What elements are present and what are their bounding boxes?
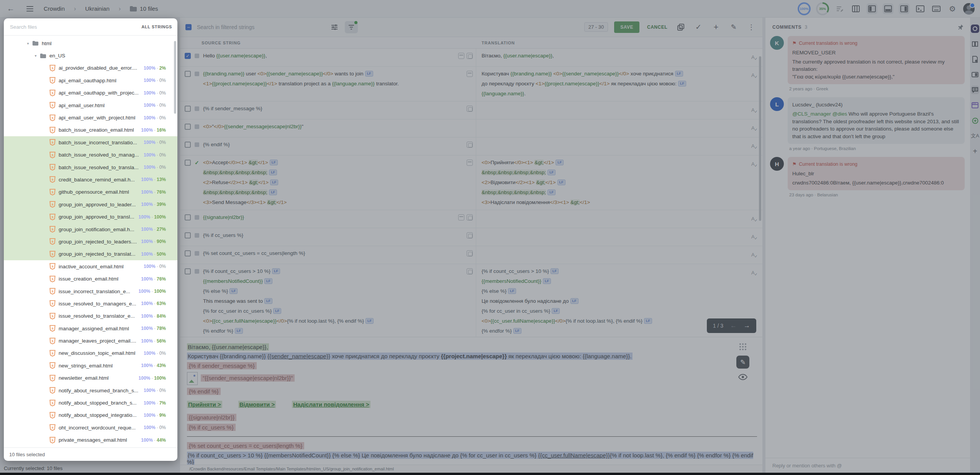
file-row[interactable]: 5issue_creation_email.html100%·76% — [4, 273, 177, 285]
file-translated-percent: 100% — [139, 289, 151, 294]
svg-text:5: 5 — [51, 153, 53, 157]
svg-text:5: 5 — [51, 191, 53, 194]
file-translated-percent: 100% — [141, 177, 153, 182]
dot-separator: · — [157, 388, 158, 393]
file-progress: 100%·2% — [144, 65, 166, 71]
file-row[interactable]: 5group_join_rejected_to_translat...100%·… — [4, 248, 177, 260]
file-name: issue_creation_email.html — [59, 276, 138, 282]
file-name: group_join_approved_to_leader... — [59, 202, 138, 207]
file-row[interactable]: 5manager_leaves_project_email....100%·56… — [4, 335, 177, 347]
dot-separator: · — [154, 202, 156, 207]
dot-separator: · — [154, 189, 156, 195]
file-approved-percent: 16% — [157, 127, 166, 133]
file-progress: 100%·50% — [141, 251, 166, 257]
svg-text:5: 5 — [51, 402, 53, 405]
file-row[interactable]: 5group_join_rejected_to_leaders....100%·… — [4, 235, 177, 248]
svg-text:5: 5 — [51, 315, 53, 318]
file-row[interactable]: 5newsletter_email.html100%·100% — [4, 372, 177, 384]
file-row[interactable]: 5issue_resolved_to_translator_e...100%·8… — [4, 310, 177, 322]
file-progress: 100%·0% — [144, 351, 166, 356]
file-progress: 100%·78% — [141, 326, 166, 331]
collapse-arrow-icon[interactable]: ▾ — [33, 54, 38, 58]
dot-separator: · — [157, 140, 158, 145]
window-bottom-edge — [0, 473, 980, 475]
dot-separator: · — [154, 301, 156, 306]
html-file-icon: 5 — [49, 139, 56, 146]
svg-text:5: 5 — [51, 116, 53, 120]
file-approved-percent: 13% — [157, 177, 166, 182]
file-progress: 100%·7% — [144, 400, 166, 406]
file-row[interactable]: 5group_join_approved_to_leader...100%·39… — [4, 198, 177, 211]
html-file-icon: 5 — [49, 188, 56, 196]
file-row[interactable]: 5api_email_oauthapp.html100%·0% — [4, 74, 177, 87]
file-progress: 100%·76% — [141, 276, 166, 282]
collapse-arrow-icon[interactable]: ▾ — [25, 41, 31, 46]
svg-text:5: 5 — [51, 104, 53, 107]
folder-row[interactable]: ▾html — [4, 37, 177, 49]
file-row[interactable]: 5oht_incorrect_wordcount_reque...100%·0% — [4, 421, 177, 434]
html-file-icon: 5 — [49, 164, 56, 171]
file-row[interactable]: 5credit_balance_remind_email.h...100%·13… — [4, 173, 177, 186]
file-search-input[interactable] — [9, 24, 141, 30]
file-row[interactable]: 5batch_issue_incorrect_translatio...100%… — [4, 136, 177, 149]
file-name: notify_about_stopped_integratio... — [59, 412, 141, 418]
file-translated-percent: 100% — [144, 140, 156, 145]
file-name: newsletter_email.html — [59, 375, 136, 381]
file-progress: 100%·0% — [144, 264, 166, 269]
file-translated-percent: 100% — [144, 103, 156, 108]
file-row[interactable]: 5issue_incorrect_translation_e...100%·10… — [4, 285, 177, 297]
file-row[interactable]: 5ai_provider_disabled_due_error....100%·… — [4, 62, 177, 74]
dot-separator: · — [157, 165, 158, 170]
file-progress: 100%·100% — [139, 375, 166, 381]
folder-row[interactable]: ▾en_US — [4, 49, 177, 62]
folder-icon — [40, 53, 46, 59]
file-row[interactable]: 5private_project_notification_ema...100%… — [4, 446, 177, 447]
file-row[interactable]: 5batch_issue_creation_email.html100%·16% — [4, 124, 177, 136]
file-row[interactable]: 5inactive_account_email.html100%·0% — [4, 260, 177, 273]
html-file-icon: 5 — [49, 213, 56, 220]
dot-separator: · — [157, 425, 158, 430]
file-progress: 100%·39% — [141, 202, 166, 207]
file-row[interactable]: 5api_email_user.html100%·0% — [4, 99, 177, 111]
file-row[interactable]: 5batch_issue_resolved_to_manag...100%·0% — [4, 149, 177, 161]
svg-text:5: 5 — [51, 240, 53, 244]
svg-text:5: 5 — [51, 364, 53, 367]
file-name: private_messages_email.html — [59, 437, 138, 443]
dot-separator: · — [154, 127, 156, 133]
all-strings-button[interactable]: ALL STRINGS — [141, 24, 172, 29]
file-tree-scrollbar[interactable] — [174, 41, 176, 114]
html-file-icon: 5 — [49, 436, 56, 444]
file-translated-percent: 100% — [141, 363, 153, 368]
html-file-icon: 5 — [49, 300, 56, 307]
file-row[interactable]: 5github_opensource_email.html100%·76% — [4, 186, 177, 198]
file-row[interactable]: 5group_join_notification_email.h...100%·… — [4, 223, 177, 235]
file-row[interactable]: 5issue_resolved_to_managers_e...100%·63% — [4, 297, 177, 310]
file-progress: 100%·9% — [144, 413, 166, 418]
svg-text:5: 5 — [51, 389, 53, 392]
file-row[interactable]: 5private_messages_email.html100%·44% — [4, 434, 177, 446]
svg-text:5: 5 — [51, 327, 53, 330]
file-approved-percent: 0% — [159, 425, 166, 430]
file-row[interactable]: 5group_join_approved_to_transl...100%·10… — [4, 211, 177, 223]
file-approved-percent: 0% — [159, 351, 166, 356]
dot-separator: · — [154, 239, 156, 244]
file-row[interactable]: 5notify_about_stopped_integratio...100%·… — [4, 409, 177, 421]
file-row[interactable]: 5api_email_oauthapp_with_projec...100%·0… — [4, 87, 177, 99]
file-approved-percent: 76% — [157, 189, 166, 195]
file-name: notify_about_stopped_branch_s... — [59, 400, 141, 406]
file-approved-percent: 0% — [159, 140, 166, 145]
svg-text:5: 5 — [51, 203, 53, 206]
file-row[interactable]: 5notify_about_resumed_branch_s...100%·0% — [4, 384, 177, 397]
file-row[interactable]: 5batch_issue_resolved_to_transla...100%·… — [4, 161, 177, 173]
file-approved-percent: 2% — [159, 65, 166, 71]
file-name: github_opensource_email.html — [59, 189, 138, 195]
file-row[interactable]: 5new_discussion_topic_email.html100%·0% — [4, 347, 177, 359]
file-row[interactable]: 5notify_about_stopped_branch_s...100%·7% — [4, 397, 177, 409]
file-row[interactable]: 5new_strings_email.html100%·43% — [4, 359, 177, 372]
file-progress: 100%·90% — [141, 239, 166, 244]
file-row[interactable]: 5api_email_user_with_project.html100%·0% — [4, 111, 177, 124]
file-approved-percent: 100% — [154, 289, 166, 294]
file-name: new_strings_email.html — [59, 363, 138, 369]
file-row[interactable]: 5manager_assigned_email.html100%·78% — [4, 322, 177, 335]
svg-text:5: 5 — [51, 302, 53, 306]
